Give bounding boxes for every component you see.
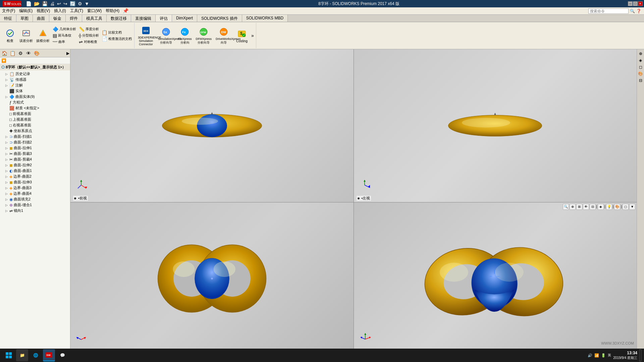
tab-sheetmetal[interactable]: 钣金 xyxy=(49,15,66,22)
tree-trim3[interactable]: ▷ ✂ 曲面-剪裁3 xyxy=(1,151,69,157)
tree-surface-bodies[interactable]: ▷ 🔷 曲面实体(9) xyxy=(1,94,69,100)
tree-boundary4[interactable]: ▷ ◈ 边界-曲面4 xyxy=(1,191,69,196)
tab-dimxpert[interactable]: DimXpert xyxy=(172,15,197,22)
view-orient-icon[interactable]: ⊕ xyxy=(638,51,644,57)
print-btn[interactable]: 🖨 xyxy=(49,1,55,6)
restore-btn[interactable]: □ xyxy=(633,1,638,6)
menu-tools[interactable]: 工具(T) xyxy=(68,7,85,14)
deviation-btn[interactable]: 误差分析 xyxy=(18,27,34,44)
tree-extrude1[interactable]: ▷ ◼ 曲面-拉伸1 xyxy=(1,145,69,151)
close-btn[interactable]: ✕ xyxy=(638,1,643,6)
menu-edit[interactable]: 编辑(E) xyxy=(17,7,35,14)
tab-mold[interactable]: 模具工具 xyxy=(82,15,107,22)
viewport-left[interactable]: •左视 xyxy=(354,49,637,202)
property-tab[interactable]: 📋 xyxy=(9,50,16,57)
help-icon[interactable]: ❓ xyxy=(636,9,641,13)
tree-fill2[interactable]: ▷ ◉ 曲面填充2 xyxy=(1,196,69,202)
feature-tab[interactable]: 🏠 xyxy=(1,50,8,57)
floxpress-btn[interactable]: Fx FloXpress分析向 xyxy=(177,26,193,46)
symmetry-btn[interactable]: ⇌ 对称检查 xyxy=(78,39,100,45)
display-tab[interactable]: 👁 xyxy=(25,50,32,57)
tree-knit1[interactable]: ▷ ⊕ 曲面-缝合1 xyxy=(1,202,69,208)
dfmxpress-btn[interactable]: DFM DFMXpress分析向导 xyxy=(195,26,213,46)
tab-swplugins[interactable]: SOLIDWORKS 插件 xyxy=(197,15,242,22)
open-btn[interactable]: 📂 xyxy=(33,1,40,6)
appear-tab[interactable]: 🎨 xyxy=(33,50,40,57)
start-btn[interactable] xyxy=(3,349,15,361)
rebuild-btn[interactable]: 🔄 xyxy=(69,1,76,6)
driveworks-btn[interactable]: DW DriveWorksXpress向导 xyxy=(214,26,233,46)
view-display-icon[interactable]: ◈ xyxy=(638,57,644,63)
tree-extrude2[interactable]: ▷ ◼ 曲面-拉伸2 xyxy=(1,162,69,168)
tree-top-plane[interactable]: □ 上视基准面 xyxy=(1,117,69,122)
thickness-btn[interactable]: 📏 厚度分析 xyxy=(78,26,100,32)
tree-annotations[interactable]: ▷ 📝 注解 xyxy=(1,82,69,88)
menu-file[interactable]: 文件(F) xyxy=(0,7,17,14)
viewport-top[interactable]: •上视 xyxy=(70,202,354,355)
hide-show-icon[interactable]: ◻ xyxy=(638,64,644,70)
tab-weldment[interactable]: 焊件 xyxy=(66,15,82,22)
down-arrow[interactable]: ▼ xyxy=(84,1,90,6)
save-btn[interactable]: 💾 xyxy=(41,1,48,6)
tree-equations[interactable]: ƒ 方程式 xyxy=(1,100,69,105)
tree-mirror1[interactable]: ▷ ⇌ 镜向1 xyxy=(1,208,69,214)
check-btn[interactable]: 检查 xyxy=(3,27,17,44)
geom-analysis-btn[interactable]: 🔷 几何体分析 xyxy=(52,26,77,32)
menu-insert[interactable]: 插入(I) xyxy=(52,7,68,14)
curvature-btn[interactable]: 〰 曲率 xyxy=(52,39,77,45)
viewport-front[interactable]: •前视 xyxy=(70,49,354,202)
tab-datamig[interactable]: 数据迁移 xyxy=(107,15,131,22)
options-btn[interactable]: ⚙ xyxy=(77,1,83,6)
tree-sweep2[interactable]: ▷ ⊃ 曲面-扫描2 xyxy=(1,139,69,145)
tree-trim4[interactable]: ▷ ✂ 曲面-剪裁4 xyxy=(1,157,69,162)
tree-extrude3[interactable]: ▷ ◼ 曲面-拉伸3 xyxy=(1,179,69,185)
search-input[interactable] xyxy=(588,8,629,14)
taskbar-chrome[interactable]: 🌐 xyxy=(30,349,42,361)
tree-root[interactable]: ⬡ 8字环（默认<<默认>_显示状态 1>） xyxy=(0,64,70,70)
tab-features[interactable]: 特征 xyxy=(0,15,16,22)
tab-surface[interactable]: 曲面 xyxy=(33,15,49,22)
tab-directedit[interactable]: 直接编辑 xyxy=(131,15,156,22)
new-btn[interactable]: 📄 xyxy=(25,1,32,6)
tree-sensors[interactable]: ▷ 📡 传感器 xyxy=(1,77,69,82)
expand-panel-btn[interactable]: ▶ xyxy=(66,51,69,56)
tab-sketch[interactable]: 草图 xyxy=(16,15,33,22)
taskbar-explorer[interactable]: 📁 xyxy=(16,349,28,361)
tree-sweep1[interactable]: ▷ ⊃ 曲面-扫描1 xyxy=(1,134,69,139)
pin-btn[interactable]: 📌 xyxy=(121,7,130,14)
draft-btn[interactable]: 拔模分析 xyxy=(35,27,51,44)
tree-material[interactable]: 🧱 材质 <未指定> xyxy=(1,105,69,111)
undo-btn[interactable]: ↩ xyxy=(56,1,62,6)
taskbar-wechat[interactable]: 💬 xyxy=(56,349,68,361)
3dexp-btn[interactable]: 3DX 3DEXPERIENCESimulationConnector xyxy=(137,24,155,47)
config-tab[interactable]: ⚙ xyxy=(17,50,24,57)
search-icon[interactable]: 🔍 xyxy=(630,9,635,13)
minimize-btn[interactable]: ─ xyxy=(628,1,633,6)
viewport-iso[interactable]: 🔍 ⊕ ⊞ 👁 ⊟ | ◈ | 💡 | 🎨 | ◻ ▼ xyxy=(354,202,637,355)
tree-boundary3[interactable]: ▷ ◈ 边界-曲面3 xyxy=(1,185,69,191)
tree-surface1[interactable]: ▷ ◐ 曲面-曲面1 xyxy=(1,168,69,174)
menu-help[interactable]: 帮助(H) xyxy=(104,7,121,14)
check-doc-btn[interactable]: 📄 检查激活的文档 xyxy=(101,36,133,42)
lang-indicator[interactable]: 英 xyxy=(608,353,611,358)
menu-window[interactable]: 窗口(W) xyxy=(85,7,104,14)
tree-boundary2[interactable]: ▷ ◈ 边界-曲面2 xyxy=(1,174,69,179)
taskbar-sw[interactable]: SW xyxy=(43,349,55,361)
compare-btn[interactable]: 📋 比较文档 xyxy=(101,29,133,36)
costing-btn[interactable]: $ ✓ Costing xyxy=(234,28,249,44)
tab-evaluate[interactable]: 评估 xyxy=(156,15,172,22)
tree-solid[interactable]: ⬛ 实体 xyxy=(1,88,69,94)
tree-origin[interactable]: ✚ 坐标系原点 xyxy=(1,128,69,134)
tree-front-plane[interactable]: □ 前视基准面 xyxy=(1,111,69,117)
more-btn[interactable]: » xyxy=(251,32,255,39)
tab-swmbd[interactable]: SOLIDWORKS MBD xyxy=(242,15,288,22)
zebra-btn[interactable]: ▤ 斑马条纹 xyxy=(52,33,77,39)
parting-btn[interactable]: ⟠ 分型线分析 xyxy=(78,33,100,39)
redo-btn[interactable]: ↪ xyxy=(63,1,68,6)
show-desktop-btn[interactable] xyxy=(639,349,641,361)
edit-appear-icon[interactable]: 🎨 xyxy=(638,71,644,77)
simxpress-btn[interactable]: Sx SimulationXpress分析向导 xyxy=(157,26,175,46)
tree-right-plane[interactable]: □ 右视基准面 xyxy=(1,122,69,128)
section-view-icon[interactable]: ⊟ xyxy=(638,77,644,83)
tree-history[interactable]: ▷ 📋 历史记录 xyxy=(1,71,69,77)
